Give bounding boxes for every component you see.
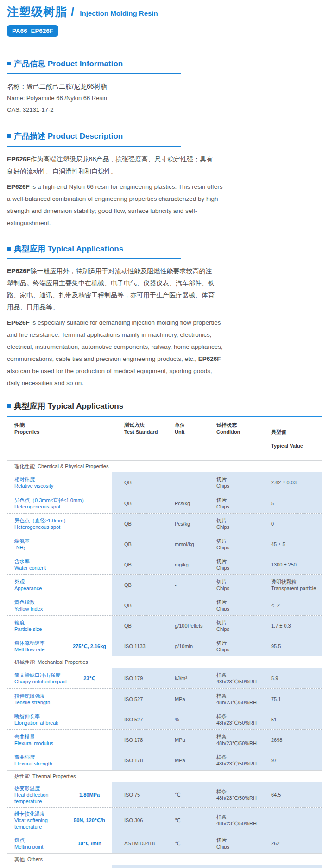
group-label-en: Others xyxy=(27,856,43,862)
typical-value-cell: 2.62 ± 0.03 xyxy=(271,479,322,486)
row-value-cells: ISO 527 % 样条 48h/23℃/50%RH 51 xyxy=(112,709,322,729)
property-cell: 弯曲模量 Flexural modulus xyxy=(7,730,112,750)
table-row: 异色点（直径≥1.0mm） Heterogeneous spot QB Pcs/… xyxy=(7,513,322,534)
test-condition-note: 50N, 120℃/h xyxy=(67,817,112,823)
condition-cell: 样条 48h/23℃/50%RH xyxy=(216,672,271,685)
property-name-en: Relative viscosity xyxy=(14,482,112,489)
product-code-bold: EP626F xyxy=(7,267,31,275)
row-value-cells: QB - 切片 Chips 透明状颗粒 Transparent particle xyxy=(112,575,322,595)
unit-cell: Pcs/kg xyxy=(175,500,216,507)
property-name-zh: 相对粘度 xyxy=(14,476,112,482)
table-row: 弯曲强度 Flexural strength ISO 178 MPa 样条 48… xyxy=(7,750,322,770)
condition-zh: 样条 xyxy=(216,693,271,699)
property-cell: 断裂伸长率 Elongation at break xyxy=(7,709,112,729)
column-header-en: Condition xyxy=(216,429,271,436)
unit-cell: ℃ xyxy=(175,817,216,823)
row-value-cells: ISO 178 MPa 样条 48h/23℃/50%RH 97 xyxy=(112,750,322,770)
property-name-en: Tensile strength xyxy=(14,699,112,706)
property-cell: 弯曲强度 Flexural strength xyxy=(7,750,112,770)
test-condition-note: 275℃, 2.16kg xyxy=(67,643,112,649)
condition-zh: 切片 xyxy=(216,599,271,605)
condition-en: Chips xyxy=(216,544,271,551)
condition-zh: 切片 xyxy=(216,837,271,843)
typical-value-cell: 45 ± 5 xyxy=(271,541,322,547)
table-row: 熔点 Melting point 10℃ /min ASTM D3418 ℃ 切… xyxy=(7,833,322,853)
row-value-cells: ISO 179 kJ/m² 样条 48h/23℃/50%RH 5.9 xyxy=(112,668,322,688)
product-information-heading-text: 产品信息 Product Information xyxy=(14,59,123,68)
property-cell: 粒度 Particle size xyxy=(7,616,112,636)
typical-value-cell: 5.9 xyxy=(271,675,322,682)
property-names: 热变形温度 Heat deflection temperature xyxy=(14,785,67,804)
condition-en: Chips xyxy=(216,843,271,850)
typical-applications-heading-text: 典型应用 Typical Applications xyxy=(14,244,123,253)
applications-paragraph-zh: EP626F除一般应用外，特别适用于对流动性能及阻燃性能要求较高的注塑制品。终端… xyxy=(7,265,215,313)
typical-value-cell: 2698 xyxy=(271,737,322,743)
table-row: 端氨基 -NH₂ QB mmol/kg 切片 Chips 45 ± 5 xyxy=(7,534,322,554)
row-value-cells: QB mg/kg 切片 Chips 1300 ± 250 xyxy=(112,554,322,574)
unit-cell: - xyxy=(175,582,216,588)
property-name-en: Water content xyxy=(14,565,112,571)
product-code-bold: EP626F xyxy=(198,355,221,362)
description-text-zh: 作为高端注塑级尼龙66产品，抗张强度高、尺寸稳定性强；具有良好的流动性、自润滑性… xyxy=(7,155,213,175)
table-group: 其他 Others 阻燃等级 Flammability Class 0.70mm… xyxy=(7,853,322,868)
condition-en: Chips xyxy=(216,482,271,489)
bullet-square-icon xyxy=(7,62,11,65)
property-name-zh: 粒度 xyxy=(14,619,112,626)
table-row: 维卡软化温度 Vicat softening temperature 50N, … xyxy=(7,807,322,833)
table-group: 机械性能 Mechanical Properties 简支梁缺口冲击强度 Cha… xyxy=(7,656,322,770)
row-value-cells: ISO 1133 g/10min 切片 Chips 95.5 xyxy=(112,636,322,656)
row-value-cells: QB - 切片 Chips ≤ -2 xyxy=(112,595,322,615)
condition-cell: 样条 48h/23℃/50%RH xyxy=(216,693,271,706)
product-name-en: Name: Polyamide 66 /Nylon 66 Resin xyxy=(7,92,322,104)
section-divider xyxy=(7,73,181,74)
property-cell: 热变形温度 Heat deflection temperature 1.80MP… xyxy=(7,782,112,807)
condition-en: Chips xyxy=(216,565,271,571)
condition-cell: 切片 Chips xyxy=(216,640,271,653)
column-header-zh: 试样状态 xyxy=(216,422,271,429)
unit-cell: kJ/m² xyxy=(175,675,216,682)
property-name-zh: 含水率 xyxy=(14,558,112,565)
group-rows: 简支梁缺口冲击强度 Charpy notched impact 23℃ ISO … xyxy=(7,668,322,770)
test-standard-cell: QB xyxy=(112,623,175,629)
property-names: 简支梁缺口冲击强度 Charpy notched impact xyxy=(14,672,67,685)
group-label: 理化性能 Chemical & Physical Properties xyxy=(7,460,322,472)
unit-cell: MPa xyxy=(175,737,216,743)
typical-value-cell: 97 xyxy=(271,757,322,764)
condition-en: Chips xyxy=(216,503,271,510)
property-names: 黄色指数 Yellow Index xyxy=(14,599,112,612)
typical-value-cell: 5 xyxy=(271,500,322,507)
test-standard-cell: QB xyxy=(112,479,175,486)
property-names: 相对粘度 Relative viscosity xyxy=(14,476,112,489)
column-header-typical-value: 典型值 Typical Value xyxy=(271,422,322,457)
property-cell: 熔体流动速率 Melt flow rate 275℃, 2.16kg xyxy=(7,636,112,656)
table-row: 相对粘度 Relative viscosity QB - 切片 Chips 2.… xyxy=(7,472,322,493)
unit-cell: MPa xyxy=(175,696,216,702)
product-information-body: 名称：聚己二酰己二胺/尼龙66树脂 Name: Polyamide 66 /Ny… xyxy=(7,81,322,116)
property-name-zh: 热变形温度 xyxy=(14,785,67,791)
property-name-en: Vicat softening temperature xyxy=(14,817,67,830)
table-group: 理化性能 Chemical & Physical Properties 相对粘度… xyxy=(7,460,322,656)
group-label-zh: 热性能 xyxy=(14,773,30,779)
table-group: 热性能 Thermal Properties 热变形温度 Heat deflec… xyxy=(7,770,322,853)
unit-cell: ℃ xyxy=(175,791,216,798)
condition-en: 48h/23℃/50%RH xyxy=(216,740,271,746)
column-header-en: Typical Value xyxy=(271,443,322,450)
condition-en: 48h/23℃/50%RH xyxy=(216,699,271,706)
property-names: 端氨基 -NH₂ xyxy=(14,538,112,551)
test-standard-cell: QB xyxy=(112,521,175,527)
test-standard-cell: ISO 1133 xyxy=(112,643,175,649)
product-grade-badge: PA66 EP626F xyxy=(7,25,58,37)
property-name-zh: 弯曲强度 xyxy=(14,754,112,760)
test-standard-cell: ISO 179 xyxy=(112,675,175,682)
row-value-cells: QB g/100Pellets 切片 Chips 1.7 ± 0.3 xyxy=(112,616,322,636)
condition-cell: 切片 Chips xyxy=(216,517,271,530)
column-header-en: Unit xyxy=(175,429,216,436)
bullet-square-icon xyxy=(7,247,11,251)
property-names: 熔点 Melting point xyxy=(14,837,67,850)
group-label-en: Thermal Properties xyxy=(32,773,76,779)
table-row: 黄色指数 Yellow Index QB - 切片 Chips ≤ -2 xyxy=(7,595,322,615)
property-name-zh: 端氨基 xyxy=(14,538,112,544)
condition-zh: 切片 xyxy=(216,538,271,544)
condition-zh: 样条 xyxy=(216,733,271,740)
property-name-zh: 断裂伸长率 xyxy=(14,713,112,720)
